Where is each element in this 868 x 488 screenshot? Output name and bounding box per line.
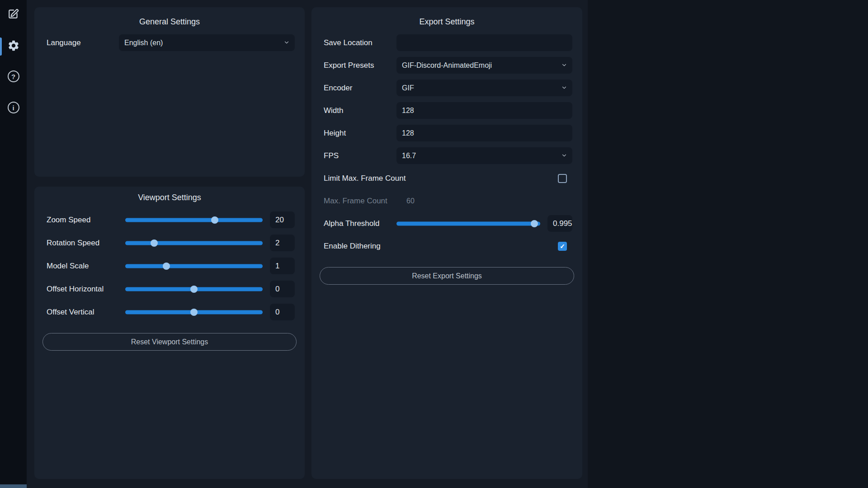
chevron-down-icon — [283, 39, 290, 46]
viewport-settings-title: Viewport Settings — [34, 187, 305, 202]
width-input[interactable]: 128 — [396, 102, 572, 119]
max-frame-count-row: Max. Frame Count 60 — [324, 192, 572, 209]
offset-vertical-slider[interactable] — [125, 304, 263, 320]
slider-track[interactable] — [125, 218, 263, 222]
slider-thumb[interactable] — [163, 263, 170, 270]
chevron-down-icon — [561, 152, 567, 159]
chevron-down-icon — [561, 84, 567, 91]
export-presets-select[interactable]: GIF-Discord-AnimatedEmoji — [396, 57, 572, 74]
info-glyph: i — [12, 104, 14, 112]
general-settings-title: General Settings — [34, 7, 305, 27]
encoder-row: Encoder GIF — [324, 80, 572, 96]
slider-thumb[interactable] — [151, 239, 158, 247]
model-scale-slider[interactable] — [125, 258, 263, 274]
alpha-threshold-slider[interactable] — [396, 215, 540, 232]
reset-viewport-settings-button[interactable]: Reset Viewport Settings — [42, 333, 297, 351]
zoom-speed-label: Zoom Speed — [47, 216, 125, 225]
zoom-speed-row: Zoom Speed 20 — [47, 211, 295, 228]
model-scale-value[interactable]: 1 — [270, 258, 295, 274]
export-presets-label: Export Presets — [324, 61, 396, 70]
general-settings-panel: General Settings Language English (en) — [34, 7, 305, 177]
offset-horizontal-label: Offset Horizontal — [47, 285, 125, 294]
offset-vertical-label: Offset Vertical — [47, 308, 125, 317]
slider-track[interactable] — [125, 241, 263, 245]
zoom-speed-slider[interactable] — [125, 211, 263, 228]
active-tab-indicator — [0, 38, 2, 56]
width-value: 128 — [402, 107, 414, 115]
sidebar-bottom-strip — [0, 484, 27, 488]
encoder-select[interactable]: GIF — [396, 80, 572, 96]
help-button[interactable]: ? — [7, 70, 20, 83]
slider-thumb[interactable] — [211, 216, 218, 224]
fps-select[interactable]: 16.7 — [396, 147, 572, 164]
rotation-speed-slider[interactable] — [125, 235, 263, 251]
alpha-threshold-row: Alpha Threshold 0.995 — [324, 215, 572, 232]
slider-thumb[interactable] — [190, 309, 198, 316]
offset-horizontal-slider[interactable] — [125, 281, 263, 297]
slider-track[interactable] — [396, 221, 540, 225]
model-scale-label: Model Scale — [47, 262, 125, 271]
export-presets-row: Export Presets GIF-Discord-AnimatedEmoji — [324, 57, 572, 74]
width-row: Width 128 — [324, 102, 572, 119]
sidebar: ? i — [0, 0, 27, 488]
help-glyph: ? — [11, 73, 15, 80]
language-row: Language English (en) — [47, 34, 295, 51]
limit-frame-count-row: Limit Max. Frame Count — [324, 170, 567, 187]
slider-thumb[interactable] — [531, 220, 538, 227]
settings-button[interactable] — [7, 40, 20, 53]
enable-dithering-row: Enable Dithering — [324, 238, 567, 254]
fps-row: FPS 16.7 — [324, 147, 572, 164]
max-frame-count-label: Max. Frame Count — [324, 197, 396, 206]
rotation-speed-label: Rotation Speed — [47, 239, 125, 248]
viewport-settings-panel: Viewport Settings Zoom Speed 20 Rotation… — [34, 187, 305, 479]
language-label: Language — [47, 38, 119, 47]
height-label: Height — [324, 129, 396, 138]
rotation-speed-value[interactable]: 2 — [270, 235, 295, 251]
encoder-label: Encoder — [324, 84, 396, 93]
offset-vertical-row: Offset Vertical 0 — [47, 304, 295, 320]
fps-value: 16.7 — [402, 152, 416, 160]
language-select[interactable]: English (en) — [119, 34, 295, 51]
height-value: 128 — [402, 129, 414, 137]
gear-icon — [7, 39, 20, 54]
height-input[interactable]: 128 — [396, 125, 572, 141]
height-row: Height 128 — [324, 125, 572, 141]
offset-vertical-value[interactable]: 0 — [270, 304, 295, 320]
save-location-input[interactable] — [396, 34, 572, 51]
help-icon: ? — [8, 70, 19, 82]
edit-button[interactable] — [7, 9, 20, 21]
fps-label: FPS — [324, 151, 396, 160]
zoom-speed-value[interactable]: 20 — [270, 211, 295, 228]
alpha-threshold-label: Alpha Threshold — [324, 219, 396, 228]
chevron-down-icon — [561, 62, 567, 68]
limit-frame-count-label: Limit Max. Frame Count — [324, 174, 406, 183]
width-label: Width — [324, 106, 396, 115]
edit-icon — [8, 8, 19, 22]
reset-export-settings-button[interactable]: Reset Export Settings — [320, 267, 574, 285]
limit-frame-count-checkbox[interactable] — [558, 174, 567, 183]
export-settings-panel: Export Settings Save Location Export Pre… — [311, 7, 582, 479]
save-location-label: Save Location — [324, 38, 396, 47]
slider-thumb[interactable] — [190, 286, 198, 293]
export-settings-title: Export Settings — [311, 7, 582, 27]
max-frame-count-value: 60 — [406, 197, 415, 205]
offset-horizontal-value[interactable]: 0 — [270, 281, 295, 297]
info-icon: i — [8, 102, 19, 113]
language-value: English (en) — [124, 39, 163, 47]
alpha-threshold-value[interactable]: 0.995 — [547, 215, 572, 232]
model-scale-row: Model Scale 1 — [47, 258, 295, 274]
encoder-value: GIF — [402, 84, 414, 92]
save-location-row: Save Location — [324, 34, 572, 51]
rotation-speed-row: Rotation Speed 2 — [47, 235, 295, 251]
enable-dithering-checkbox[interactable] — [558, 242, 567, 251]
enable-dithering-label: Enable Dithering — [324, 242, 381, 251]
slider-track[interactable] — [125, 264, 263, 268]
export-presets-value: GIF-Discord-AnimatedEmoji — [402, 61, 492, 70]
offset-horizontal-row: Offset Horizontal 0 — [47, 281, 295, 297]
info-button[interactable]: i — [7, 101, 20, 114]
